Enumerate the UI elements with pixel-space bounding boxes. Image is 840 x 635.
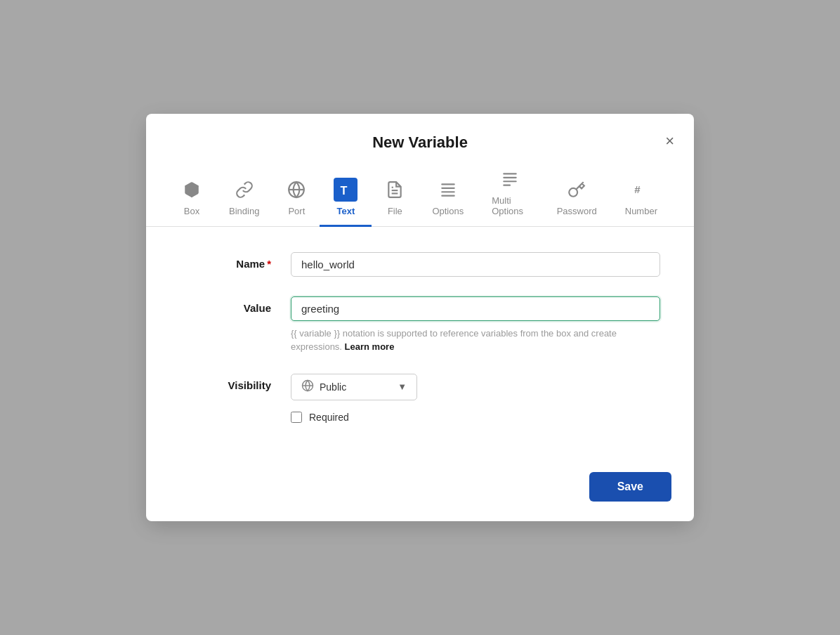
binding-icon — [235, 181, 254, 202]
svg-rect-13 — [504, 181, 518, 182]
box-icon — [183, 181, 201, 202]
file-icon — [386, 181, 404, 202]
value-field-group: {{ variable }} notation is supported to … — [291, 296, 660, 354]
svg-rect-11 — [504, 173, 518, 174]
required-checkbox[interactable] — [291, 412, 302, 423]
password-icon — [567, 181, 586, 202]
value-row: Value {{ variable }} notation is support… — [180, 296, 660, 354]
save-button[interactable]: Save — [589, 472, 671, 502]
number-icon: # — [632, 181, 650, 202]
globe-icon — [301, 379, 314, 395]
svg-text:#: # — [634, 183, 641, 195]
options-icon — [439, 181, 457, 202]
modal-header: New Variable × — [146, 114, 694, 152]
multioptions-icon — [501, 170, 519, 191]
visibility-row: Visibility Public ▼ Required — [180, 374, 660, 423]
tab-password-label: Password — [557, 206, 597, 216]
tab-port[interactable]: Port — [273, 175, 320, 227]
name-input[interactable] — [291, 252, 660, 277]
svg-rect-8 — [441, 188, 455, 189]
svg-text:T: T — [341, 184, 348, 197]
tab-number[interactable]: # Number — [611, 175, 671, 227]
name-label: Name* — [180, 252, 271, 270]
tab-options-label: Options — [432, 206, 464, 216]
tab-options[interactable]: Options — [418, 175, 478, 227]
tab-box-label: Box — [184, 206, 199, 216]
tab-port-label: Port — [288, 206, 305, 216]
tab-multioptions[interactable]: Multi Options — [478, 164, 542, 227]
visibility-field-group: Public ▼ Required — [291, 374, 417, 423]
tab-text[interactable]: T Text — [320, 172, 372, 227]
name-row: Name* — [180, 252, 660, 277]
svg-rect-10 — [441, 195, 455, 197]
tab-password[interactable]: Password — [543, 175, 611, 227]
visibility-value: Public — [320, 381, 346, 393]
required-star: * — [267, 258, 271, 270]
port-icon — [287, 181, 306, 202]
tabs-bar: Box Binding Port T Text — [146, 152, 694, 227]
svg-rect-14 — [504, 185, 511, 186]
svg-rect-9 — [441, 191, 455, 192]
value-hint: {{ variable }} notation is supported to … — [291, 327, 660, 354]
svg-rect-7 — [441, 183, 455, 185]
tab-number-label: Number — [625, 206, 657, 216]
modal-dialog: New Variable × Box Binding — [146, 114, 694, 521]
form-body: Name* Value {{ variable }} notation is s… — [146, 227, 694, 461]
value-label: Value — [180, 296, 271, 314]
learn-more-link[interactable]: Learn more — [345, 341, 395, 352]
visibility-dropdown[interactable]: Public ▼ — [291, 374, 417, 400]
close-button[interactable]: × — [662, 131, 677, 152]
visibility-label: Visibility — [180, 374, 271, 391]
modal-title: New Variable — [372, 133, 468, 152]
tab-binding[interactable]: Binding — [215, 175, 273, 227]
tab-multioptions-label: Multi Options — [492, 195, 528, 216]
tab-file[interactable]: File — [372, 175, 418, 227]
modal-footer: Save — [146, 461, 694, 521]
chevron-down-icon: ▼ — [398, 381, 407, 392]
tab-text-label: Text — [336, 206, 355, 216]
modal-overlay: New Variable × Box Binding — [0, 0, 840, 635]
required-checkbox-row: Required — [291, 412, 417, 423]
required-label[interactable]: Required — [309, 412, 349, 423]
value-input[interactable] — [291, 296, 660, 321]
tab-box[interactable]: Box — [169, 175, 215, 227]
text-icon: T — [334, 178, 357, 202]
tab-file-label: File — [388, 206, 402, 216]
tab-binding-label: Binding — [229, 206, 259, 216]
svg-rect-12 — [504, 177, 518, 178]
